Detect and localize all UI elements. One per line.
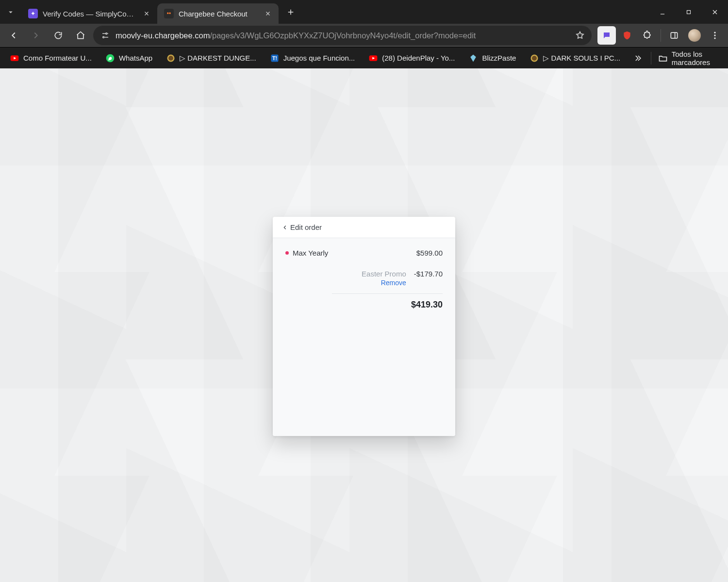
bookmark-item[interactable]: BlizzPaste (463, 50, 521, 66)
bookmark-item[interactable]: WhatsApp (100, 50, 157, 66)
coin-icon (529, 53, 539, 63)
bookmark-label: ▷ DARKEST DUNGE... (180, 54, 256, 63)
coin-icon (166, 53, 176, 63)
separator (661, 29, 661, 42)
titlebar: ✦ Verify Codes — SimplyCodes •• Chargebe… (0, 0, 728, 24)
tab-close-button[interactable] (263, 9, 273, 18)
divider (332, 293, 443, 294)
bookmarks-bar: Como Formatear U... WhatsApp ▷ DARKEST D… (0, 47, 728, 68)
youtube-icon (10, 53, 19, 63)
all-bookmarks-label: Todos los marcadores (672, 50, 721, 66)
browser-tab[interactable]: •• Chargebee Checkout (157, 3, 279, 24)
bullet-icon (285, 251, 289, 255)
checkout-body: Max Yearly $599.00 Easter Promo Remove -… (273, 238, 455, 436)
plus-icon (286, 8, 295, 16)
new-tab-button[interactable] (282, 4, 299, 20)
bookmark-item[interactable]: ▷ DARKEST DUNGE... (161, 50, 261, 66)
tab-favicon: •• (164, 9, 174, 18)
svg-rect-0 (687, 10, 691, 14)
line-item-price: $599.00 (416, 249, 443, 257)
bookmark-item[interactable]: T! Juegos que Funcion... (265, 50, 360, 66)
ext-simplycodes-button[interactable] (597, 26, 616, 45)
shield-icon (622, 31, 632, 40)
separator (651, 52, 651, 65)
avatar-icon (688, 29, 701, 42)
tab-favicon: ✦ (28, 9, 38, 18)
site-info-button[interactable] (100, 30, 111, 41)
toolbar-right-icons (595, 26, 724, 45)
sidepanel-icon (669, 31, 679, 40)
minimize-icon (659, 9, 666, 16)
puzzle-icon (643, 31, 652, 40)
nav-home-button[interactable] (71, 26, 90, 45)
svg-point-1 (106, 33, 107, 34)
browser-toolbar: moovly-eu.chargebee.com/pages/v3/WgLG6Oz… (0, 24, 728, 47)
bookmark-item[interactable]: ▷ DARK SOULS I PC... (525, 50, 625, 66)
t-blue-icon: T! (270, 53, 280, 63)
nav-forward-button[interactable] (26, 26, 46, 45)
bookmark-label: BlizzPaste (482, 54, 516, 62)
browser-menu-button[interactable] (706, 26, 724, 45)
line-item-row: Max Yearly $599.00 (285, 249, 443, 257)
url-host: moovly-eu.chargebee.com (116, 31, 210, 40)
home-icon (76, 31, 85, 40)
svg-rect-3 (671, 32, 677, 38)
bookmark-item[interactable]: (28) DeidenPlay - Yo... (364, 50, 460, 66)
checkout-card: Edit order Max Yearly $599.00 Easter Pro… (273, 217, 455, 436)
tab-close-button[interactable] (142, 9, 151, 18)
promo-remove-link[interactable]: Remove (362, 279, 406, 287)
bookmarks-overflow-button[interactable] (631, 49, 644, 67)
close-icon (265, 10, 271, 17)
diamond-icon (468, 53, 478, 63)
youtube-icon (368, 53, 378, 63)
ext-adblock-button[interactable] (618, 26, 636, 45)
product-name: Max Yearly (293, 249, 328, 257)
tab-search-dropdown[interactable] (0, 0, 21, 24)
close-icon (711, 8, 719, 16)
url-text: moovly-eu.chargebee.com/pages/v3/WgLG6Oz… (116, 31, 476, 40)
chat-icon (602, 31, 611, 40)
sidepanel-button[interactable] (665, 26, 683, 45)
window-maximize-button[interactable] (676, 0, 702, 24)
star-icon (575, 31, 585, 40)
order-total: $419.30 (411, 300, 443, 310)
svg-point-4 (714, 32, 715, 33)
double-chevron-right-icon (633, 53, 643, 63)
promo-amount: -$179.70 (414, 270, 443, 287)
svg-point-10 (168, 56, 173, 61)
browser-tab[interactable]: ✦ Verify Codes — SimplyCodes (21, 3, 157, 24)
total-row: $419.30 (285, 300, 443, 310)
promo-row: Easter Promo Remove -$179.70 (285, 270, 443, 287)
page-content: Edit order Max Yearly $599.00 Easter Pro… (0, 68, 728, 582)
extensions-button[interactable] (638, 26, 657, 45)
folder-icon (658, 53, 668, 63)
svg-point-2 (103, 36, 104, 38)
tab-title: Verify Codes — SimplyCodes (43, 10, 137, 18)
edit-order-label: Edit order (290, 223, 322, 231)
arrow-left-icon (8, 30, 19, 41)
bookmark-label: Como Formatear U... (23, 54, 92, 62)
address-bar[interactable]: moovly-eu.chargebee.com/pages/v3/WgLG6Oz… (93, 26, 592, 45)
arrow-right-icon (31, 30, 41, 41)
svg-text:T!: T! (272, 55, 277, 61)
url-path: /pages/v3/WgLG6OzpbKYXxZ7UOjVohrbnoyN4yo… (210, 31, 476, 40)
all-bookmarks-button[interactable]: Todos los marcadores (658, 50, 723, 66)
bookmark-star-button[interactable] (575, 31, 585, 40)
reload-icon (53, 31, 63, 40)
svg-point-6 (714, 37, 715, 39)
svg-point-15 (532, 56, 537, 61)
nav-reload-button[interactable] (49, 26, 68, 45)
bookmark-item[interactable]: Como Formatear U... (5, 50, 97, 66)
svg-point-5 (714, 34, 715, 36)
chevron-left-icon (281, 224, 288, 231)
whatsapp-icon (105, 53, 115, 63)
promo-label: Easter Promo (362, 270, 406, 278)
close-icon (143, 10, 150, 17)
nav-back-button[interactable] (4, 26, 23, 45)
window-minimize-button[interactable] (649, 0, 676, 24)
edit-order-back-button[interactable]: Edit order (281, 223, 322, 231)
profile-button[interactable] (685, 26, 704, 45)
maximize-icon (685, 9, 692, 16)
window-close-button[interactable] (702, 0, 728, 24)
tune-icon (101, 31, 110, 40)
